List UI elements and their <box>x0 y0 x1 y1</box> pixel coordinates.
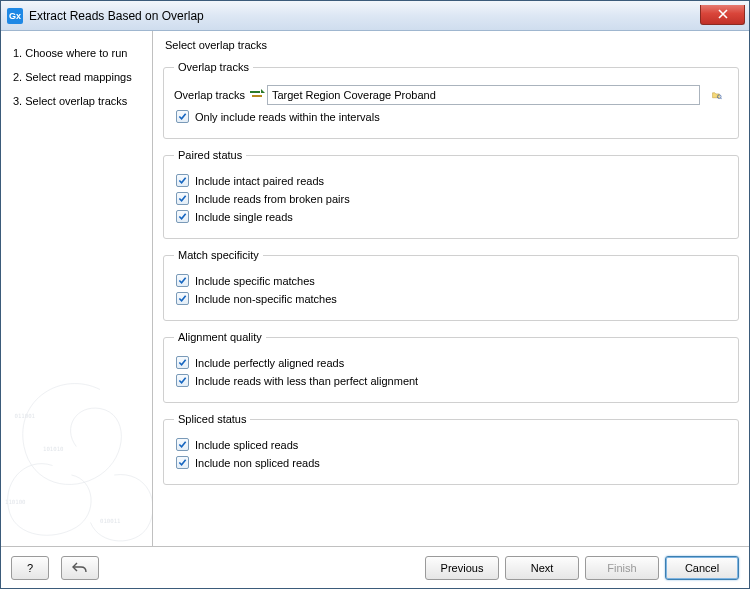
group-legend: Paired status <box>174 149 246 161</box>
group-match-specificity: Match specificity Include specific match… <box>163 249 739 321</box>
body: 1. Choose where to run 2. Select read ma… <box>1 31 749 546</box>
group-legend: Match specificity <box>174 249 263 261</box>
wizard-step[interactable]: 2. Select read mappings <box>5 65 148 89</box>
include-single-checkbox[interactable]: Include single reads <box>176 210 728 223</box>
step-label: Select overlap tracks <box>25 95 127 107</box>
next-button[interactable]: Next <box>505 556 579 580</box>
group-legend: Alignment quality <box>174 331 266 343</box>
step-number: 1. <box>13 47 22 59</box>
checkbox-icon <box>176 292 189 305</box>
wizard-step[interactable]: 3. Select overlap tracks <box>5 89 148 113</box>
window-title: Extract Reads Based on Overlap <box>29 9 700 23</box>
step-number: 3. <box>13 95 22 107</box>
wizard-sidebar: 1. Choose where to run 2. Select read ma… <box>1 31 153 546</box>
reset-button[interactable] <box>61 556 99 580</box>
svg-text:110100: 110100 <box>5 499 26 505</box>
checkbox-icon <box>176 374 189 387</box>
checkbox-label: Include single reads <box>195 211 293 223</box>
include-nonspecific-checkbox[interactable]: Include non-specific matches <box>176 292 728 305</box>
checkbox-icon <box>176 456 189 469</box>
dialog-window: Gx Extract Reads Based on Overlap 1. Cho… <box>0 0 750 589</box>
step-label: Choose where to run <box>25 47 127 59</box>
checkbox-icon <box>176 438 189 451</box>
include-broken-checkbox[interactable]: Include reads from broken pairs <box>176 192 728 205</box>
previous-button[interactable]: Previous <box>425 556 499 580</box>
overlap-tracks-label: Overlap tracks <box>174 89 245 101</box>
checkbox-icon <box>176 110 189 123</box>
checkbox-label: Include perfectly aligned reads <box>195 357 344 369</box>
include-perfect-checkbox[interactable]: Include perfectly aligned reads <box>176 356 728 369</box>
folder-browse-icon <box>712 87 722 103</box>
step-label: Select read mappings <box>25 71 131 83</box>
main-panel: Select overlap tracks Overlap tracks Ove… <box>153 31 749 546</box>
finish-button[interactable]: Finish <box>585 556 659 580</box>
tracks-icon <box>249 88 265 102</box>
svg-rect-4 <box>250 91 260 93</box>
close-icon <box>718 9 728 19</box>
cancel-button[interactable]: Cancel <box>665 556 739 580</box>
checkbox-label: Include reads from broken pairs <box>195 193 350 205</box>
group-legend: Spliced status <box>174 413 250 425</box>
include-specific-checkbox[interactable]: Include specific matches <box>176 274 728 287</box>
svg-text:101010: 101010 <box>43 446 64 452</box>
checkbox-icon <box>176 192 189 205</box>
checkbox-label: Include intact paired reads <box>195 175 324 187</box>
checkbox-icon <box>176 174 189 187</box>
page-heading: Select overlap tracks <box>163 37 739 57</box>
checkbox-icon <box>176 274 189 287</box>
wizard-step[interactable]: 1. Choose where to run <box>5 41 148 65</box>
titlebar: Gx Extract Reads Based on Overlap <box>1 1 749 31</box>
checkbox-label: Include reads with less than perfect ali… <box>195 375 418 387</box>
footer: ? Previous Next Finish Cancel <box>1 546 749 588</box>
help-button[interactable]: ? <box>11 556 49 580</box>
only-within-checkbox[interactable]: Only include reads within the intervals <box>176 110 728 123</box>
checkbox-label: Include specific matches <box>195 275 315 287</box>
sidebar-decoration: 011001 101010 110100 010011 <box>1 356 153 546</box>
svg-text:011001: 011001 <box>15 413 36 419</box>
svg-rect-5 <box>252 95 262 97</box>
checkbox-icon <box>176 356 189 369</box>
overlap-tracks-input[interactable] <box>267 85 700 105</box>
group-alignment-quality: Alignment quality Include perfectly alig… <box>163 331 739 403</box>
include-imperfect-checkbox[interactable]: Include reads with less than perfect ali… <box>176 374 728 387</box>
app-icon: Gx <box>7 8 23 24</box>
svg-text:010011: 010011 <box>100 518 121 524</box>
undo-icon <box>72 561 88 575</box>
checkbox-icon <box>176 210 189 223</box>
checkbox-label: Include non spliced reads <box>195 457 320 469</box>
close-button[interactable] <box>700 5 745 25</box>
svg-line-7 <box>721 98 722 99</box>
help-icon: ? <box>27 562 33 574</box>
checkbox-label: Include non-specific matches <box>195 293 337 305</box>
group-overlap-tracks: Overlap tracks Overlap tracks <box>163 61 739 139</box>
include-nonspliced-checkbox[interactable]: Include non spliced reads <box>176 456 728 469</box>
include-intact-checkbox[interactable]: Include intact paired reads <box>176 174 728 187</box>
include-spliced-checkbox[interactable]: Include spliced reads <box>176 438 728 451</box>
checkbox-label: Include spliced reads <box>195 439 298 451</box>
browse-button[interactable] <box>706 85 728 105</box>
group-paired-status: Paired status Include intact paired read… <box>163 149 739 239</box>
checkbox-label: Only include reads within the intervals <box>195 111 380 123</box>
step-number: 2. <box>13 71 22 83</box>
group-legend: Overlap tracks <box>174 61 253 73</box>
group-spliced-status: Spliced status Include spliced reads Inc… <box>163 413 739 485</box>
